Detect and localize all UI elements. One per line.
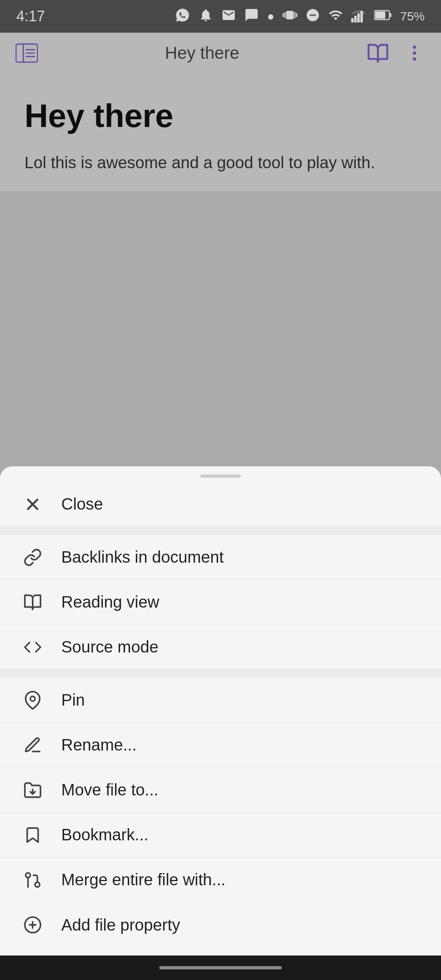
menu-item-close-label: Close <box>61 495 103 513</box>
menu-item-merge[interactable]: Merge entire file with... <box>0 858 441 902</box>
menu-item-bookmark[interactable]: Bookmark... <box>0 813 441 858</box>
section-divider-2 <box>0 670 441 678</box>
source-mode-icon <box>20 635 45 659</box>
rename-icon <box>20 733 45 757</box>
bottom-sheet: Close Backlinks in document Reading view <box>0 466 441 980</box>
menu-item-backlinks-label: Backlinks in document <box>61 548 224 566</box>
nav-bar-indicator <box>159 966 282 969</box>
bookmark-icon <box>20 823 45 847</box>
reading-view-icon <box>20 590 45 615</box>
menu-item-rename-label: Rename... <box>61 736 137 754</box>
merge-icon <box>20 868 45 892</box>
svg-point-17 <box>30 696 35 701</box>
menu-item-source-mode-label: Source mode <box>61 638 158 656</box>
move-file-icon <box>20 778 45 802</box>
menu-item-close[interactable]: Close <box>0 482 441 527</box>
menu-item-source-mode[interactable]: Source mode <box>0 625 441 670</box>
menu-item-backlinks[interactable]: Backlinks in document <box>0 535 441 580</box>
sheet-drag-handle <box>200 474 241 478</box>
sheet-handle-container <box>0 466 441 482</box>
menu-item-add-property[interactable]: Add file property <box>0 902 441 947</box>
menu-item-bookmark-label: Bookmark... <box>61 826 148 844</box>
menu-item-merge-label: Merge entire file with... <box>61 871 225 889</box>
section-divider-1 <box>0 527 441 535</box>
menu-item-move-file-label: Move file to... <box>61 781 158 799</box>
menu-item-pin-label: Pin <box>61 691 85 709</box>
menu-item-move-file[interactable]: Move file to... <box>0 768 441 813</box>
navigation-bar <box>0 956 441 980</box>
menu-item-pin[interactable]: Pin <box>0 678 441 723</box>
close-icon <box>20 492 45 517</box>
backlinks-icon <box>20 545 45 570</box>
menu-item-rename[interactable]: Rename... <box>0 723 441 768</box>
pin-icon <box>20 688 45 713</box>
menu-item-reading-view-label: Reading view <box>61 593 159 611</box>
menu-item-add-property-label: Add file property <box>61 916 180 934</box>
add-property-icon <box>20 913 45 937</box>
menu-item-reading-view[interactable]: Reading view <box>0 580 441 625</box>
